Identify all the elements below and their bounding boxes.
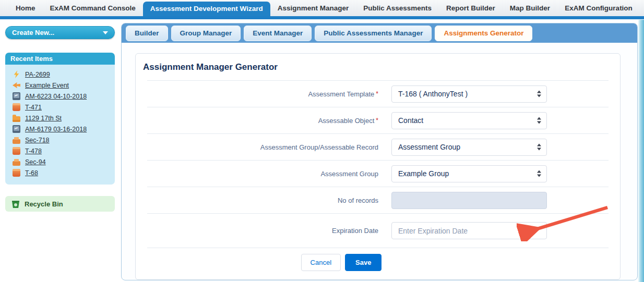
assessable-object-select[interactable]: Contact xyxy=(391,112,547,129)
assessment-group-assessable-record-select[interactable]: Assessment Group xyxy=(391,139,547,156)
nav-item-assessment-development-wizard[interactable]: Assessment Development Wizard xyxy=(143,2,270,16)
folder-icon xyxy=(13,116,20,122)
recycle-bin-icon xyxy=(11,200,20,208)
form-footer: Cancel Save xyxy=(136,248,620,276)
page-title: Assignment Manager Generator xyxy=(136,62,620,72)
field-label: No of records xyxy=(147,197,378,204)
create-new-dropdown[interactable]: Create New... xyxy=(5,26,115,39)
required-marker: * xyxy=(376,117,378,124)
expiration-date-field[interactable] xyxy=(391,222,547,239)
list-item: AM-6223 04-10-2018 xyxy=(8,91,112,102)
form-row-assessment-template: Assessment Template* T-168 ( AnthonyTest… xyxy=(147,80,609,107)
field-label: Expiration Date xyxy=(147,227,378,235)
recent-item-link[interactable]: T-471 xyxy=(25,104,42,111)
template-icon xyxy=(13,147,20,155)
recent-item-link[interactable]: Example Event xyxy=(25,82,69,89)
tab-group-manager[interactable]: Group Manager xyxy=(171,26,241,41)
form-row-group-assessable-record: Assessment Group/Assessable Record Asses… xyxy=(147,133,609,160)
recent-item-link[interactable]: T-68 xyxy=(25,169,38,177)
cancel-button[interactable]: Cancel xyxy=(301,254,341,271)
list-item: T-478 xyxy=(8,145,112,156)
recent-item-link[interactable]: 1129 17th St xyxy=(25,115,62,122)
select-stepper-icon xyxy=(537,144,541,151)
add-tab-icon[interactable]: + xyxy=(640,0,644,16)
recent-item-link[interactable]: T-478 xyxy=(25,148,42,155)
main-panel: Builder Group Manager Event Manager Publ… xyxy=(121,23,638,280)
recent-items-header: Recent Items xyxy=(5,53,115,65)
save-button[interactable]: Save xyxy=(345,254,381,271)
list-item: T-68 xyxy=(8,167,112,178)
list-item: 1129 17th St xyxy=(8,113,112,124)
list-item: Sec-718 xyxy=(8,134,112,145)
section-icon xyxy=(13,161,20,166)
assignment-generator-card: Assignment Manager Generator Assessment … xyxy=(135,53,621,280)
recycle-bin-label: Recycle Bin xyxy=(25,200,63,208)
tab-builder[interactable]: Builder xyxy=(126,26,168,41)
assessment-group-select[interactable]: Example Group xyxy=(391,165,547,182)
form-row-assessable-object: Assessable Object* Contact xyxy=(147,107,609,133)
field-label: Assessment Template* xyxy=(147,90,378,98)
form-row-no-of-records: No of records xyxy=(147,187,609,213)
recent-item-link[interactable]: Sec-718 xyxy=(25,137,50,144)
select-stepper-icon xyxy=(537,117,541,124)
chevron-down-icon xyxy=(103,31,108,34)
top-navigation: Home ExAM Command Console Assessment Dev… xyxy=(0,0,644,16)
subtab-bar: Builder Group Manager Event Manager Publ… xyxy=(122,23,637,43)
recent-item-link[interactable]: AM-6223 04-10-2018 xyxy=(25,93,87,100)
recent-items-section: Recent Items PA-2699 Example Event AM-62… xyxy=(5,53,115,185)
tab-event-manager[interactable]: Event Manager xyxy=(244,26,312,41)
template-icon xyxy=(13,169,20,177)
sidebar: Create New... Recent Items PA-2699 Examp… xyxy=(0,23,121,280)
recycle-bin-link[interactable]: Recycle Bin xyxy=(5,196,115,212)
list-item: Example Event xyxy=(8,80,112,91)
list-item: PA-2699 xyxy=(8,69,112,80)
selected-value: T-168 ( AnthonyTest ) xyxy=(398,90,468,98)
assignment-icon xyxy=(13,125,20,133)
nav-item-map-builder[interactable]: Map Builder xyxy=(503,0,557,16)
create-new-label: Create New... xyxy=(12,29,54,36)
selected-value: Assessment Group xyxy=(398,143,460,151)
template-icon xyxy=(13,103,20,111)
recent-items-list: PA-2699 Example Event AM-6223 04-10-2018… xyxy=(5,65,115,185)
page-background-strip xyxy=(638,20,644,282)
event-icon xyxy=(13,81,20,89)
nav-item-exam-command-console[interactable]: ExAM Command Console xyxy=(43,0,143,16)
select-stepper-icon xyxy=(537,170,541,177)
form-row-assessment-group: Assessment Group Example Group xyxy=(147,160,609,187)
nav-item-report-builder[interactable]: Report Builder xyxy=(439,0,503,16)
section-icon xyxy=(13,139,20,144)
selected-value: Contact xyxy=(398,116,423,125)
nav-item-public-assessments[interactable]: Public Assessments xyxy=(356,0,439,16)
field-label: Assessment Group/Assessable Record xyxy=(147,143,378,151)
assignment-icon xyxy=(13,92,20,100)
selected-value: Example Group xyxy=(398,169,449,178)
assessment-template-select[interactable]: T-168 ( AnthonyTest ) xyxy=(391,85,547,103)
assignment-generator-form: Assessment Template* T-168 ( AnthonyTest… xyxy=(147,80,609,248)
no-of-records-field xyxy=(391,192,547,209)
nav-item-home[interactable]: Home xyxy=(8,0,43,16)
field-label: Assessment Group xyxy=(147,170,378,178)
required-marker: * xyxy=(376,90,378,97)
list-item: AM-6179 03-16-2018 xyxy=(8,124,112,134)
recent-item-link[interactable]: Sec-94 xyxy=(25,158,46,166)
recent-item-link[interactable]: AM-6179 03-16-2018 xyxy=(25,126,87,133)
nav-item-assignment-manager[interactable]: Assignment Manager xyxy=(270,0,356,16)
nav-item-exam-configuration[interactable]: ExAM Configuration xyxy=(557,0,640,16)
field-label: Assessable Object* xyxy=(147,117,378,125)
lightning-icon xyxy=(13,70,20,78)
recent-item-link[interactable]: PA-2699 xyxy=(25,71,50,78)
list-item: T-471 xyxy=(8,102,112,113)
tab-public-assessments-manager[interactable]: Public Assessments Manager xyxy=(315,26,432,41)
list-item: Sec-94 xyxy=(8,156,112,167)
tab-assignments-generator[interactable]: Assignments Generator xyxy=(435,26,532,41)
select-stepper-icon xyxy=(537,91,541,97)
form-row-expiration-date: Expiration Date xyxy=(147,213,609,248)
